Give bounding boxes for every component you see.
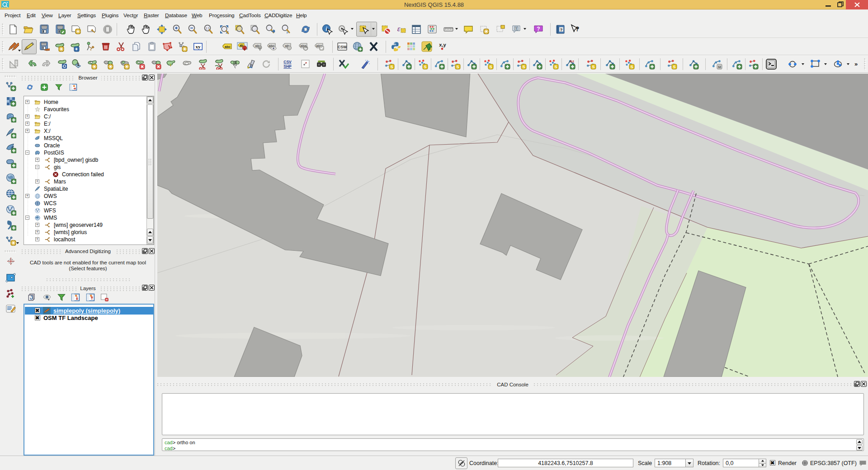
svg-text:Az: Az [570, 59, 574, 63]
svg-text:ab: ab [240, 44, 243, 47]
svg-text:xy: xy [196, 44, 201, 49]
svg-text:ε: ε [397, 24, 401, 33]
svg-text:x,y: x,y [439, 42, 446, 47]
svg-text:CSW: CSW [338, 45, 347, 49]
svg-text:?: ? [537, 26, 540, 32]
svg-text:?: ? [576, 25, 580, 33]
svg-text:abc: abc [225, 45, 231, 49]
svg-text:1:1: 1:1 [205, 27, 209, 30]
svg-text:?: ? [560, 28, 563, 32]
svg-text:SHP: SHP [283, 64, 292, 69]
svg-text:CSV: CSV [283, 60, 292, 64]
svg-text:M: M [718, 65, 721, 69]
svg-text:T: T [515, 27, 518, 31]
svg-text:abc: abc [301, 44, 307, 48]
